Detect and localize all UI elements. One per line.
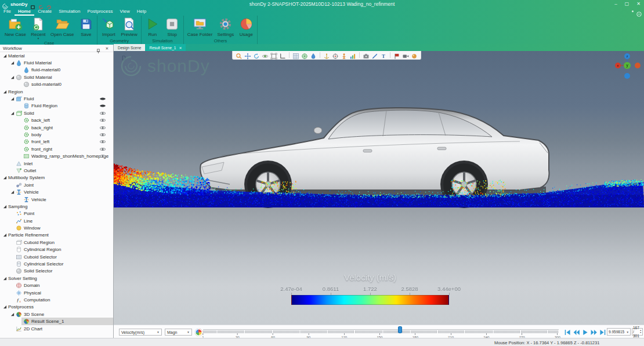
expander-arrow-icon[interactable] bbox=[3, 276, 8, 281]
new-case-button[interactable]: New Case bbox=[2, 16, 28, 38]
case-folder-button[interactable]: Case Folder bbox=[185, 16, 215, 38]
tree-item-point[interactable]: Point bbox=[0, 210, 113, 217]
tree-item-fluid[interactable]: Fluid bbox=[0, 95, 113, 102]
expander-arrow-icon[interactable] bbox=[3, 233, 8, 238]
menu-file[interactable]: File bbox=[0, 9, 15, 16]
recent-button[interactable]: Recent▾ bbox=[28, 16, 48, 40]
quick-access-icon-1[interactable] bbox=[30, 2, 35, 7]
time-value-dropdown[interactable]: 9.959815 ▼ bbox=[607, 328, 631, 336]
frame-ruler[interactable]: 1306090120150180210240270300 bbox=[203, 325, 559, 338]
dropdown-arrow-icon[interactable]: ▾ bbox=[38, 37, 39, 39]
field-selector-dropdown[interactable]: Velocity(m/s) ▼ bbox=[119, 329, 162, 336]
fit-box-icon[interactable] bbox=[270, 52, 277, 59]
tree-item-material[interactable]: Material bbox=[0, 52, 113, 59]
tree-item-computation[interactable]: ƒxComputation bbox=[0, 296, 113, 303]
component-selector-dropdown[interactable]: Magn ▼ bbox=[165, 329, 192, 336]
camera-icon[interactable] bbox=[363, 52, 370, 59]
menu-simulation[interactable]: Simulation bbox=[55, 9, 84, 16]
tree-item-window[interactable]: Window bbox=[0, 224, 113, 231]
tree-item-body[interactable]: body bbox=[0, 131, 113, 138]
tree-item-joint[interactable]: Joint bbox=[0, 181, 113, 188]
rotate-icon[interactable] bbox=[253, 52, 260, 59]
tree-item-outlet[interactable]: Outlet bbox=[0, 167, 113, 174]
visibility-eye-icon[interactable] bbox=[99, 96, 106, 101]
text-annotation-icon[interactable]: T bbox=[380, 52, 387, 59]
tree-item-physical[interactable]: Physical bbox=[0, 289, 113, 296]
open-case-button[interactable]: Open Case bbox=[48, 16, 76, 38]
visibility-eye-icon[interactable] bbox=[99, 111, 106, 116]
visibility-eye-icon[interactable] bbox=[99, 125, 106, 130]
close-tab-icon[interactable]: ✕ bbox=[179, 46, 182, 50]
expander-arrow-icon[interactable] bbox=[3, 176, 8, 180]
human-icon[interactable] bbox=[341, 52, 348, 59]
expander-arrow-icon[interactable] bbox=[10, 190, 16, 195]
maximize-button[interactable]: ▢ bbox=[625, 0, 629, 8]
run-button[interactable]: Run bbox=[143, 16, 162, 38]
tree-item-back-right[interactable]: back_right bbox=[0, 124, 113, 131]
tree-item-2d-chart[interactable]: 2D Chart bbox=[0, 325, 113, 332]
tree-item-result-scene-1[interactable]: Result Scene_1 bbox=[0, 318, 113, 325]
tree-item-cylindrical-region[interactable]: Cylindrical Region bbox=[0, 246, 113, 253]
settings-button[interactable]: Settings bbox=[215, 16, 236, 38]
pan-icon[interactable] bbox=[244, 52, 251, 59]
frame-counter-spinner[interactable]: 167 / 301 ▲▼ bbox=[632, 328, 643, 336]
save-button[interactable]: Save bbox=[76, 16, 96, 38]
tree-item-back-left[interactable]: back_left bbox=[0, 117, 113, 124]
expander-arrow-icon[interactable] bbox=[3, 53, 8, 58]
expander-arrow-icon[interactable] bbox=[10, 97, 16, 101]
skip-to-end-button[interactable] bbox=[599, 328, 606, 336]
expander-arrow-icon[interactable] bbox=[10, 312, 16, 316]
tree-item-vehicle[interactable]: Vehicle bbox=[0, 188, 113, 195]
tree-item-postprocess[interactable]: Postprocess bbox=[0, 304, 113, 311]
wheel-icon[interactable] bbox=[301, 52, 308, 59]
axes-corner-icon[interactable] bbox=[279, 52, 286, 59]
stop-button[interactable]: Stop bbox=[162, 16, 182, 38]
preview-button[interactable]: Preview bbox=[118, 16, 139, 38]
tree-item-solid-selector[interactable]: Solid Selector bbox=[0, 268, 113, 275]
skip-to-start-button[interactable] bbox=[564, 328, 571, 336]
clip-icon[interactable] bbox=[393, 52, 400, 59]
particle-icon[interactable] bbox=[411, 52, 418, 59]
tab-result-scene-1[interactable]: Result Scene_1✕ bbox=[145, 44, 186, 51]
tree-item-fluid-material0[interactable]: fluid-material0 bbox=[0, 67, 113, 74]
tree-item-region[interactable]: Region bbox=[0, 88, 113, 95]
expander-arrow-icon[interactable] bbox=[3, 305, 8, 309]
menu-help[interactable]: Help bbox=[133, 9, 150, 16]
fast-backward-button[interactable] bbox=[573, 328, 580, 336]
orientation-gizmo[interactable]: z x y bbox=[614, 52, 642, 80]
visibility-eye-icon[interactable] bbox=[99, 132, 106, 137]
visibility-eye-icon[interactable] bbox=[99, 139, 106, 144]
tree-item-inlet[interactable]: Inlet bbox=[0, 160, 113, 167]
tree-item-solid[interactable]: Solid bbox=[0, 110, 113, 116]
collapse-ribbon-icon[interactable] bbox=[636, 9, 642, 14]
menu-create[interactable]: Create bbox=[34, 9, 55, 16]
close-panel-icon[interactable]: ✕ bbox=[104, 46, 110, 51]
visibility-eye-icon[interactable] bbox=[99, 147, 106, 152]
pin-icon[interactable] bbox=[96, 46, 101, 51]
expander-arrow-icon[interactable] bbox=[10, 61, 16, 65]
fast-forward-button[interactable] bbox=[590, 328, 598, 336]
colormap-icon[interactable] bbox=[195, 329, 202, 336]
tree-item-cylindrical-selector[interactable]: Cylindrical Selector bbox=[0, 260, 113, 267]
spinner-arrows[interactable]: ▲▼ bbox=[640, 330, 642, 334]
zoom-select-icon[interactable] bbox=[236, 52, 243, 59]
walk-axis-icon[interactable] bbox=[323, 52, 330, 59]
tree-item-fluid-material[interactable]: Fluid Material bbox=[0, 59, 113, 66]
tree-item-front-right[interactable]: front_right bbox=[0, 145, 113, 152]
tree-item-solid-material[interactable]: Solid Material bbox=[0, 74, 113, 81]
viewport-3d[interactable]: D shonDy T z x y Velocity (m/s) 2.47e-04… bbox=[114, 51, 644, 325]
close-button[interactable]: ✕ bbox=[636, 0, 641, 8]
tree-item-cuboid-region[interactable]: Cuboid Region bbox=[0, 239, 113, 246]
menu-postprocess[interactable]: Postprocess bbox=[84, 9, 117, 16]
target-icon[interactable] bbox=[332, 52, 339, 59]
visibility-eye-icon[interactable] bbox=[99, 118, 106, 123]
menu-view[interactable]: View bbox=[117, 9, 133, 16]
tree-item-domain[interactable]: Domain bbox=[0, 282, 113, 289]
grid-icon[interactable] bbox=[292, 52, 299, 59]
tree-item-multibody-system[interactable]: Multibody System bbox=[0, 174, 113, 181]
tree-item-particle-refinement[interactable]: Particle Refinement bbox=[0, 232, 113, 239]
usage-button[interactable]: Usage bbox=[236, 16, 256, 38]
record-icon[interactable] bbox=[402, 52, 409, 59]
visibility-eye-icon[interactable] bbox=[99, 103, 106, 108]
minimize-button[interactable]: – bbox=[614, 0, 617, 8]
